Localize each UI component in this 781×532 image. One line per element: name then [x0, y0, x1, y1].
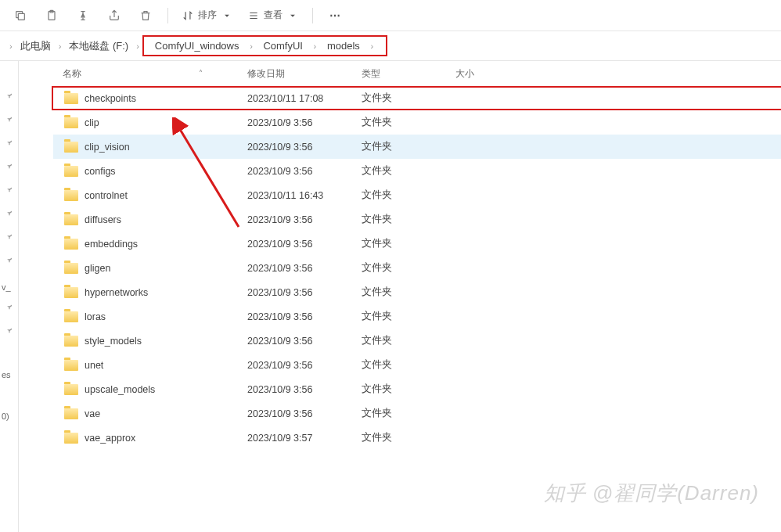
file-type: 文件夹 — [362, 237, 455, 250]
file-type: 文件夹 — [362, 286, 455, 299]
file-name: configs — [85, 166, 116, 177]
pin-icon[interactable] — [0, 249, 18, 272]
delete-button[interactable] — [131, 3, 160, 28]
breadcrumb-item[interactable]: ComfyUI — [260, 40, 306, 52]
watermark: 知乎 @翟同学(Darren) — [544, 480, 759, 507]
column-date[interactable]: 修改日期 — [247, 67, 362, 81]
table-row[interactable]: gligen2023/10/9 3:56文件夹 — [53, 256, 781, 280]
file-type: 文件夹 — [362, 164, 455, 178]
table-row[interactable]: controlnet2023/10/11 16:43文件夹 — [53, 183, 781, 207]
breadcrumb-item[interactable]: ComfyUI_windows — [152, 40, 243, 52]
file-name: loras — [85, 311, 106, 322]
file-date: 2023/10/9 3:56 — [247, 360, 362, 371]
file-name: embeddings — [85, 239, 138, 250]
table-row[interactable]: vae_approx2023/10/9 3:57文件夹 — [53, 426, 781, 450]
breadcrumb-item[interactable]: 本地磁盘 (F:) — [66, 38, 131, 55]
table-row[interactable]: style_models2023/10/9 3:56文件夹 — [53, 329, 781, 353]
sidebar-text: v_ — [0, 279, 18, 296]
file-list: 名称 ˄ 修改日期 类型 大小 checkpoints2023/10/11 17… — [19, 61, 781, 532]
svg-rect-0 — [18, 13, 24, 20]
sidebar-text: 0) — [0, 408, 18, 425]
file-type: 文件夹 — [362, 383, 455, 396]
folder-icon — [64, 287, 78, 298]
table-row[interactable]: upscale_models2023/10/9 3:56文件夹 — [53, 377, 781, 401]
pin-icon[interactable] — [0, 202, 18, 225]
chevron-down-icon — [221, 10, 232, 21]
table-row[interactable]: checkpoints2023/10/11 17:08文件夹 — [52, 86, 781, 110]
table-row[interactable]: diffusers2023/10/9 3:56文件夹 — [53, 207, 781, 232]
list-header: 名称 ˄ 修改日期 类型 大小 — [53, 61, 781, 86]
folder-icon — [64, 360, 78, 371]
table-row[interactable]: embeddings2023/10/9 3:56文件夹 — [53, 232, 781, 256]
sort-label: 排序 — [198, 9, 217, 22]
table-row[interactable]: configs2023/10/9 3:56文件夹 — [53, 159, 781, 183]
toolbar-separator — [312, 8, 313, 23]
table-row[interactable]: clip2023/10/9 3:56文件夹 — [53, 110, 781, 135]
column-type[interactable]: 类型 — [362, 67, 455, 81]
breadcrumb-item[interactable]: 此电脑 — [17, 38, 54, 55]
table-row[interactable]: hypernetworks2023/10/9 3:56文件夹 — [53, 280, 781, 304]
table-row[interactable]: unet2023/10/9 3:56文件夹 — [53, 353, 781, 377]
column-name[interactable]: 名称 — [53, 67, 247, 81]
file-type: 文件夹 — [362, 358, 455, 372]
file-type: 文件夹 — [362, 116, 455, 129]
breadcrumb-item[interactable]: models — [324, 40, 363, 52]
file-type: 文件夹 — [362, 334, 455, 347]
paste-button[interactable] — [38, 3, 66, 28]
pin-icon[interactable] — [0, 155, 18, 178]
folder-icon — [64, 384, 78, 395]
file-name: checkpoints — [85, 93, 136, 104]
pin-icon[interactable] — [0, 84, 18, 108]
file-type: 文件夹 — [362, 310, 455, 323]
file-name: vae_approx — [85, 433, 135, 444]
table-row[interactable]: vae2023/10/9 3:56文件夹 — [53, 401, 781, 426]
pin-icon[interactable] — [0, 108, 18, 131]
sort-indicator-icon: ˄ — [199, 69, 203, 77]
more-button[interactable]: ⋯ — [321, 3, 349, 28]
file-date: 2023/10/9 3:56 — [247, 311, 362, 322]
view-dropdown[interactable]: 查看 — [242, 3, 304, 28]
column-size[interactable]: 大小 — [455, 67, 534, 81]
pin-icon[interactable] — [0, 319, 18, 343]
file-name: clip_vision — [85, 142, 130, 153]
share-button[interactable] — [100, 3, 128, 28]
breadcrumb-highlight: ComfyUI_windows › ComfyUI › models › — [142, 35, 387, 56]
folder-icon — [64, 336, 78, 347]
folder-icon — [64, 263, 78, 274]
chevron-right-icon: › — [309, 41, 322, 51]
sidebar: v_ es 0) — [0, 61, 19, 532]
file-date: 2023/10/9 3:56 — [247, 239, 362, 250]
file-type: 文件夹 — [362, 407, 455, 420]
folder-icon — [64, 433, 78, 444]
table-row[interactable]: loras2023/10/9 3:56文件夹 — [53, 304, 781, 329]
file-type: 文件夹 — [362, 189, 455, 202]
pin-icon[interactable] — [0, 131, 18, 155]
rename-button[interactable]: A — [69, 3, 97, 28]
folder-icon — [64, 117, 78, 128]
file-name: clip — [85, 117, 99, 128]
copy-button[interactable] — [6, 3, 34, 28]
chevron-right-icon: › — [245, 41, 257, 51]
file-date: 2023/10/9 3:56 — [247, 336, 362, 347]
chevron-right-icon: › — [5, 41, 17, 51]
file-name: diffusers — [85, 214, 121, 225]
sidebar-text: es — [0, 366, 18, 383]
sort-dropdown[interactable]: 排序 — [176, 3, 239, 28]
file-date: 2023/10/9 3:56 — [247, 287, 362, 298]
file-type: 文件夹 — [362, 140, 455, 153]
toolbar: A 排序 查看 ⋯ — [0, 0, 781, 31]
file-name: upscale_models — [85, 384, 155, 395]
pin-icon[interactable] — [0, 225, 18, 249]
file-date: 2023/10/9 3:56 — [247, 384, 362, 395]
content-area: v_ es 0) 名称 ˄ 修改日期 类型 大小 checkpoints2023… — [0, 61, 781, 532]
toolbar-separator — [167, 8, 168, 23]
pin-icon[interactable] — [0, 178, 18, 202]
file-type: 文件夹 — [362, 213, 455, 226]
table-row[interactable]: clip_vision2023/10/9 3:56文件夹 — [53, 135, 781, 159]
file-name: hypernetworks — [85, 287, 148, 298]
folder-icon — [64, 190, 78, 201]
view-label: 查看 — [264, 9, 283, 22]
folder-icon — [64, 239, 78, 250]
file-date: 2023/10/9 3:56 — [247, 214, 362, 225]
pin-icon[interactable] — [0, 296, 18, 319]
